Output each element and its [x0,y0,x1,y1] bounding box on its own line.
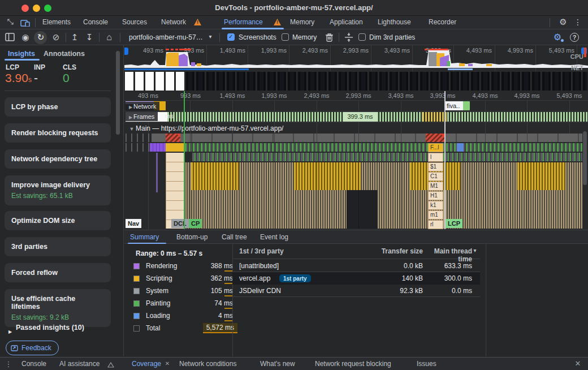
feedback-icon [11,345,18,352]
insight-network-dependency[interactable]: Network dependency tree [5,149,111,169]
first-party-badge: 1st party [279,274,311,282]
clear-recording-button[interactable] [51,32,61,42]
kebab-menu-icon[interactable] [573,18,582,27]
memory-checkbox[interactable] [282,33,289,41]
download-profile-button[interactable] [84,32,94,42]
flame-frame-label[interactable]: $1 [428,162,443,171]
dim-3rd-parties-checkbox[interactable] [358,33,366,41]
inspect-element-icon[interactable] [5,17,16,27]
table-row[interactable]: [unattributed] 0.0 kB 633.3 ms [232,260,480,272]
insight-lcp-by-phase[interactable]: LCP by phase [5,97,111,117]
frames-strip[interactable] [167,112,587,122]
frames-track-toggle[interactable]: Frames [126,112,158,121]
tab-call-tree[interactable]: Call tree [222,233,247,241]
divider [550,18,550,27]
system-swatch [133,288,140,294]
lcp-label: LCP [6,63,19,71]
close-drawer-icon[interactable] [573,359,582,368]
long-task-marker [171,49,174,50]
drawer-tab-ai-assistance[interactable]: AI assistance [59,360,100,368]
page-selector-dropdown[interactable]: portfolio-amber-mu-57… [129,33,203,41]
record-button[interactable] [20,32,31,42]
flame-frame-label[interactable]: m1 [428,210,443,220]
legend-total: Total5,572 ms [133,324,233,334]
flame-frame-label[interactable]: H1 [428,191,443,200]
filmstrip[interactable] [186,72,587,91]
long-task-hatch [166,134,180,142]
insight-image-delivery[interactable]: Improve image deliveryEst savings: 65.1 … [5,175,111,205]
loading-swatch [133,313,140,319]
screenshots-checkbox[interactable] [227,33,235,41]
drawer-tab-console[interactable]: Console [21,360,46,368]
table-row[interactable]: vercel.app1st party 140 kB 300.0 ms [232,272,480,285]
cls-label: CLS [63,63,76,71]
flame-frame-label[interactable]: l [428,153,443,162]
device-toolbar-icon[interactable] [20,20,31,27]
toggle-sidebar-icon[interactable] [5,33,15,41]
timeline-scrollbar[interactable] [583,131,587,185]
table-header[interactable]: 1st / 3rd party Transfer size Main threa… [232,244,480,259]
help-icon[interactable]: ? [570,33,579,42]
drawer-kebab-menu-icon[interactable] [5,360,12,368]
long-task-marker [166,49,169,50]
cp-marker: CP [189,219,202,228]
flame-frame-label[interactable]: rl [428,220,443,229]
flame-frame-label[interactable]: C1 [428,172,443,181]
upload-profile-button[interactable] [70,32,80,42]
tab-event-log[interactable]: Event log [260,233,288,241]
drawer-tab-coverage[interactable]: Coverage [132,360,161,368]
table-row[interactable]: JSDelivr CDN 92.3 kB 0.0 ms [232,285,480,297]
tab-application[interactable]: Application [330,18,363,26]
divider [66,33,66,42]
tab-insights[interactable]: Insights [8,50,35,58]
cpu-overview-chart[interactable] [124,48,588,68]
tab-console[interactable]: Console [83,18,108,26]
passed-insights-toggle[interactable]: Passed insights (10) [16,324,84,332]
devtools-window: DevTools - portfolio-amber-mu-57.vercel.… [0,0,588,370]
drawer-tab-issues[interactable]: Issues [417,360,436,368]
painting-swatch [133,300,140,307]
collect-garbage-icon[interactable] [325,33,334,42]
tab-summary[interactable]: Summary [130,233,159,241]
flame-frame-label[interactable]: F...l [428,143,443,152]
feedback-button[interactable]: Feedback [6,341,59,355]
legend-loading: Loading4 ms [133,312,233,322]
tab-recorder[interactable]: Recorder [429,18,456,26]
tab-memory[interactable]: Memory [290,18,314,26]
legend-scripting: Scripting362 ms [133,274,233,285]
tab-annotations[interactable]: Annotations [44,50,85,58]
tab-performance[interactable]: Performance [224,18,263,26]
net-overview-bar [448,68,473,70]
insight-3rd-parties[interactable]: 3rd parties [5,237,111,256]
expand-arrow-icon [128,113,133,122]
est-savings: Est savings: 65.1 kB [11,192,104,200]
main-track-header[interactable]: Main — https://portfolio-amber-mu-57.ver… [128,124,283,132]
insight-cache-lifetimes[interactable]: Use efficient cache lifetimesEst savings… [5,289,111,327]
insight-forced-reflow[interactable]: Forced reflow [5,263,111,282]
main-flame-chart[interactable]: F...l l $1 C1 M1 H1 k1 m1 rl Nav DCL CP … [124,134,583,229]
drawer-tab-whats-new[interactable]: What's new [260,360,295,368]
close-coverage-icon[interactable] [164,360,171,367]
insight-render-blocking[interactable]: Render blocking requests [5,123,111,143]
drawer-tab-network-request-blocking[interactable]: Network request blocking [315,360,391,368]
performance-warning-icon [274,19,281,25]
sidebar-scrollbar[interactable] [116,51,120,135]
tab-sources[interactable]: Sources [122,18,147,26]
record-and-reload-button[interactable] [36,32,46,42]
network-track-toggle[interactable]: Network [126,102,159,111]
drawer-tab-network-conditions[interactable]: Network conditions [179,360,236,368]
fit-to-window-icon[interactable] [344,32,354,42]
flame-frame-label[interactable]: M1 [428,182,443,191]
flame-frame-label[interactable]: k1 [428,201,443,210]
overview-left-handle[interactable] [124,48,128,55]
tab-bottom-up[interactable]: Bottom-up [176,233,207,241]
network-request-chip[interactable]: fiva.. [444,101,470,110]
chevron-down-icon [207,33,214,40]
filmstrip[interactable] [125,72,186,91]
tab-lighthouse[interactable]: Lighthouse [378,18,411,26]
home-icon[interactable] [104,32,114,42]
tab-network[interactable]: Network [161,18,186,26]
tab-elements[interactable]: Elements [42,18,71,26]
settings-gear-icon[interactable] [557,17,569,27]
insight-dom-size[interactable]: Optimize DOM size [5,211,111,230]
